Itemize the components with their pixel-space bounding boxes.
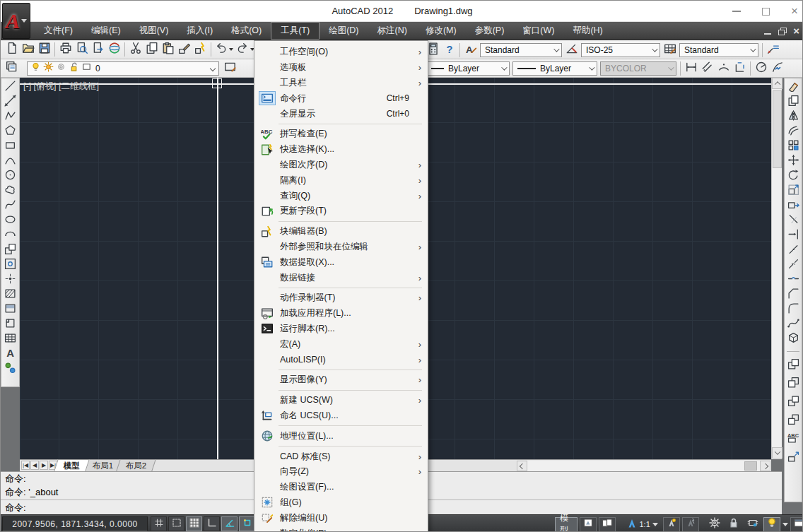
break-at-point-button[interactable]	[785, 243, 801, 258]
tools-menu-item-16[interactable]: 动作录制器(T)›	[254, 290, 428, 306]
tools-menu-item-10[interactable]: 查询(Q)›	[254, 188, 428, 203]
menubar-item-6[interactable]: 工具(T)	[271, 22, 320, 40]
break-button[interactable]	[785, 258, 801, 273]
linetype-combo[interactable]: ByLayer	[426, 61, 510, 76]
table-style-button[interactable]	[662, 42, 678, 58]
copy-object-button[interactable]	[785, 95, 801, 110]
ortho-toggle[interactable]	[204, 516, 220, 531]
line-button[interactable]	[3, 80, 18, 95]
next-tab-button[interactable]: ▶	[40, 461, 48, 470]
dim-arc-button[interactable]	[715, 61, 732, 77]
mirror-button[interactable]	[785, 110, 801, 124]
scroll-down-button[interactable]	[772, 447, 783, 459]
order-above-button[interactable]	[785, 395, 801, 410]
scroll-right-button[interactable]	[760, 461, 770, 471]
menubar-item-9[interactable]: 修改(M)	[416, 22, 466, 40]
menubar-item-4[interactable]: 插入(I)	[177, 22, 222, 40]
horizontal-scroll-thumb[interactable]	[744, 461, 757, 471]
tools-menu-item-3[interactable]: 工具栏›	[254, 76, 428, 91]
create-block-button[interactable]	[3, 258, 18, 273]
point-button[interactable]	[3, 273, 18, 288]
move-button[interactable]	[785, 154, 801, 169]
tools-menu-item-26[interactable]: 向导(Z)›	[254, 464, 428, 480]
hatch-button[interactable]	[3, 288, 18, 302]
tools-menu-item-11[interactable]: 更新字段(T)	[254, 203, 428, 219]
tools-menu-item-20[interactable]: AutoLISP(I)›	[254, 352, 428, 367]
multiline-text-button[interactable]: A	[3, 347, 18, 362]
dim-jogged-button[interactable]	[769, 61, 785, 77]
model-space-button[interactable]: 模型	[555, 517, 578, 532]
add-selected-button[interactable]	[3, 362, 18, 377]
tools-menu-item-18[interactable]: 运行脚本(R)...	[254, 321, 428, 337]
scroll-up-button[interactable]	[772, 78, 783, 89]
circle-button[interactable]	[3, 169, 18, 184]
menubar-item-7[interactable]: 绘图(D)	[320, 22, 368, 40]
polyline-button[interactable]	[3, 110, 18, 124]
doc-restore-button[interactable]	[778, 28, 786, 35]
copy-button[interactable]	[143, 42, 160, 58]
mleader-style-button[interactable]	[765, 42, 781, 58]
dim-linear-button[interactable]	[683, 61, 699, 77]
doc-close-button[interactable]: ×	[793, 26, 799, 36]
blend-button[interactable]	[785, 317, 801, 332]
tools-menu-item-28[interactable]: 组(G)	[254, 495, 428, 511]
region-button[interactable]	[3, 317, 18, 332]
menubar-item-10[interactable]: 参数(P)	[466, 22, 514, 40]
preview-button[interactable]	[74, 42, 90, 58]
order-front-button[interactable]	[785, 358, 801, 373]
lineweight-combo[interactable]: ByLayer	[512, 61, 597, 76]
table-button[interactable]	[3, 332, 18, 347]
match-properties-button[interactable]	[176, 42, 192, 58]
scale-button[interactable]	[785, 184, 801, 199]
tools-menu-item-30[interactable]: 数字化仪(P)›	[254, 526, 428, 532]
tools-menu-item-23[interactable]: 命名 UCS(U)...	[254, 408, 428, 424]
tools-menu-item-6[interactable]: ABC拼写检查(E)	[254, 126, 428, 142]
rotate-button[interactable]	[785, 169, 801, 184]
arc-button[interactable]	[3, 154, 18, 169]
dim-style-button[interactable]	[563, 42, 580, 58]
open-button[interactable]	[20, 42, 36, 58]
plot-button[interactable]	[57, 42, 74, 58]
offset-button[interactable]	[785, 124, 801, 139]
menubar-item-5[interactable]: 格式(O)	[222, 22, 271, 40]
stretch-button[interactable]	[785, 199, 801, 213]
ellipse-arc-button[interactable]	[3, 228, 18, 243]
workspace-switch-button[interactable]	[706, 517, 723, 532]
text-to-front-button[interactable]: ABC	[785, 432, 801, 447]
trim-button[interactable]	[785, 213, 801, 228]
tab-layout2[interactable]: 布局2	[117, 459, 157, 471]
infer-toggle[interactable]	[168, 516, 184, 531]
fillet-button[interactable]	[785, 302, 801, 317]
tools-menu-item-19[interactable]: 宏(A)›	[254, 336, 428, 352]
chamfer-button[interactable]	[785, 288, 801, 302]
spline-button[interactable]	[3, 199, 18, 213]
vertical-scroll-thumb[interactable]	[773, 90, 782, 168]
dim-aligned-button[interactable]	[699, 61, 715, 77]
quick-view-layouts-button[interactable]	[599, 517, 616, 532]
app-status-button[interactable]	[763, 517, 780, 532]
gradient-button[interactable]	[3, 302, 18, 317]
join-button[interactable]	[785, 273, 801, 288]
doc-minimize-button[interactable]	[764, 33, 771, 35]
new-button[interactable]	[4, 42, 20, 58]
menubar-item-11[interactable]: 窗口(W)	[513, 22, 563, 40]
app-menu-button[interactable]: A	[2, 3, 30, 39]
prev-tab-button[interactable]: ◀	[30, 461, 39, 470]
explode-button[interactable]	[785, 332, 801, 347]
ann-to-front-button[interactable]	[785, 451, 801, 466]
close-button[interactable]: ×	[791, 7, 798, 16]
command-input[interactable]: 命令:	[5, 502, 26, 514]
construction-line-button[interactable]	[3, 95, 18, 110]
tools-menu-item-15[interactable]: 数据链接›	[254, 270, 428, 285]
extend-button[interactable]	[785, 228, 801, 243]
order-back-button[interactable]	[785, 377, 801, 391]
menubar-item-8[interactable]: 标注(N)	[368, 22, 416, 40]
erase-button[interactable]	[785, 80, 801, 95]
array-button[interactable]	[785, 139, 801, 154]
minimize-button[interactable]	[732, 11, 741, 12]
menubar-item-3[interactable]: 视图(V)	[130, 22, 178, 40]
maximize-button[interactable]	[762, 8, 770, 16]
horizontal-scrollbar[interactable]	[517, 461, 771, 471]
tools-menu-item-13[interactable]: 外部参照和块在位编辑›	[254, 240, 428, 255]
text-style-button[interactable]: A	[462, 42, 479, 58]
